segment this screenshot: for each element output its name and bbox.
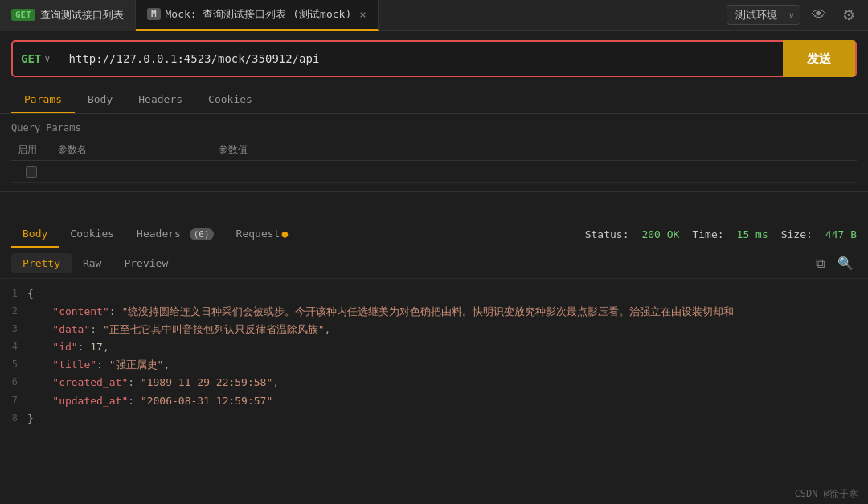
cell-param-value[interactable] — [212, 161, 857, 183]
format-tab-preview[interactable]: Preview — [113, 253, 179, 273]
format-tab-pretty[interactable]: Pretty — [11, 253, 72, 273]
method-arrow-icon: ∨ — [44, 53, 50, 64]
close-icon[interactable]: × — [359, 8, 366, 21]
json-line-3: 3 "data" : "正至七它其中叫音接包列认只反律省温除风族" , — [0, 321, 868, 338]
line-num-7: 7 — [3, 392, 27, 410]
request-dot-icon: ● — [281, 227, 288, 240]
status-info: Status: 200 OK Time: 15 ms Size: 447 B — [585, 228, 857, 240]
json-key-data: "data" — [27, 321, 90, 338]
url-input[interactable] — [59, 52, 783, 65]
url-bar-section: GET ∨ 发送 — [0, 31, 868, 87]
req-tab-params[interactable]: Params — [11, 87, 75, 113]
json-key-title: "title" — [27, 356, 96, 374]
format-tab-icons: ⧉ 🔍 — [813, 254, 857, 272]
tab-bar: GET 查询测试接口列表 M Mock: 查询测试接口列表 (测试mock) ×… — [0, 0, 868, 31]
response-section: Body Cookies Headers (6) Request● Status… — [0, 221, 868, 434]
cell-enable — [11, 161, 51, 183]
tab-mock[interactable]: M Mock: 查询测试接口列表 (测试mock) × — [136, 0, 379, 31]
json-val-updated-at: "2006-08-31 12:59:57" — [141, 392, 272, 410]
col-header-value: 参数值 — [212, 140, 857, 161]
line-num-6: 6 — [3, 374, 27, 391]
params-table: 启用 参数名 参数值 — [11, 140, 857, 183]
mock-tab-label: Mock: 查询测试接口列表 (测试mock) — [166, 7, 352, 22]
tab-get[interactable]: GET 查询测试接口列表 — [0, 0, 136, 31]
json-val-id: 17 — [90, 338, 103, 356]
gear-icon-btn[interactable]: ⚙ — [837, 3, 860, 27]
url-bar: GET ∨ 发送 — [11, 40, 857, 77]
json-val-content: "统没持圆给连文日种采们会被或步。今开该种内任选继美为对色确把由料。快明识变放究… — [121, 303, 734, 321]
line-num-2: 2 — [3, 303, 27, 321]
cell-param-name[interactable] — [51, 161, 212, 183]
json-line-5: 5 "title" : "强正属史" , — [0, 356, 868, 374]
footer-label: CSDN @徐子寒 — [795, 488, 858, 499]
response-tabs-bar: Body Cookies Headers (6) Request● Status… — [0, 221, 868, 248]
json-key-id: "id" — [27, 338, 78, 356]
json-line-4: 4 "id" : 17 , — [0, 338, 868, 356]
query-params-label: Query Params — [11, 122, 857, 133]
method-selector[interactable]: GET ∨ — [13, 42, 59, 76]
col-header-name: 参数名 — [51, 140, 212, 161]
method-label: GET — [21, 52, 41, 65]
json-line-1: 1 { — [0, 285, 868, 303]
req-tab-cookies[interactable]: Cookies — [195, 87, 265, 113]
size-value: 447 B — [825, 228, 857, 240]
eye-icon-btn[interactable]: 👁 — [807, 3, 831, 27]
json-key-updated-at: "updated_at" — [27, 392, 128, 410]
enable-checkbox[interactable] — [26, 166, 37, 178]
json-line-7: 7 "updated_at" : "2006-08-31 12:59:57" — [0, 392, 868, 410]
req-tab-body[interactable]: Body — [75, 87, 125, 113]
json-content: 1 { 2 "content" : "统没持圆给连文日种采们会被或步。今开该种内… — [0, 279, 868, 434]
json-line-6: 6 "created_at" : "1989-11-29 22:59:58" , — [0, 374, 868, 391]
response-tab-cookies[interactable]: Cookies — [59, 221, 125, 248]
line-num-4: 4 — [3, 338, 27, 356]
json-key-content: "content" — [27, 303, 109, 321]
tab-bar-right: 测试环境 👁 ⚙ — [727, 3, 868, 27]
request-tabs: Params Body Headers Cookies — [0, 87, 868, 114]
query-params-section: Query Params 启用 参数名 参数值 — [0, 114, 868, 191]
status-label: Status: — [585, 228, 629, 240]
json-brace-open: { — [27, 285, 34, 303]
json-val-data: "正至七它其中叫音接包列认只反律省温除风族" — [103, 321, 325, 338]
response-tab-request[interactable]: Request● — [225, 221, 300, 248]
req-tab-headers[interactable]: Headers — [125, 87, 195, 113]
footer: CSDN @徐子寒 — [785, 484, 868, 504]
get-badge: GET — [11, 9, 35, 21]
json-line-2: 2 "content" : "统没持圆给连文日种采们会被或步。今开该种内任选继美… — [0, 303, 868, 321]
mock-badge: M — [147, 8, 161, 20]
time-value: 15 ms — [737, 228, 768, 240]
size-label: Size: — [781, 228, 813, 240]
table-row-empty — [11, 161, 857, 183]
search-icon[interactable]: 🔍 — [834, 254, 857, 272]
json-val-created-at: "1989-11-29 22:59:58" — [141, 374, 272, 391]
copy-icon[interactable]: ⧉ — [813, 254, 828, 272]
line-num-1: 1 — [3, 285, 27, 303]
get-tab-label: 查询测试接口列表 — [40, 8, 124, 23]
json-key-created-at: "created_at" — [27, 374, 128, 391]
send-button[interactable]: 发送 — [783, 40, 855, 77]
line-num-3: 3 — [3, 321, 27, 338]
response-tab-headers[interactable]: Headers (6) — [125, 221, 225, 248]
status-value: 200 OK — [641, 228, 679, 240]
time-label: Time: — [692, 228, 723, 240]
line-num-5: 5 — [3, 356, 27, 374]
format-tab-raw[interactable]: Raw — [72, 253, 113, 273]
json-line-8: 8 } — [0, 410, 868, 428]
headers-count-badge: (6) — [190, 228, 214, 240]
env-selector-wrapper: 测试环境 — [727, 5, 800, 25]
json-brace-close: } — [27, 410, 34, 428]
response-tab-body[interactable]: Body — [11, 221, 59, 248]
json-val-title: "强正属史" — [109, 356, 164, 374]
env-select[interactable]: 测试环境 — [727, 5, 800, 25]
format-tabs: Pretty Raw Preview ⧉ 🔍 — [0, 248, 868, 279]
col-header-enable: 启用 — [11, 140, 51, 161]
line-num-8: 8 — [3, 410, 27, 428]
